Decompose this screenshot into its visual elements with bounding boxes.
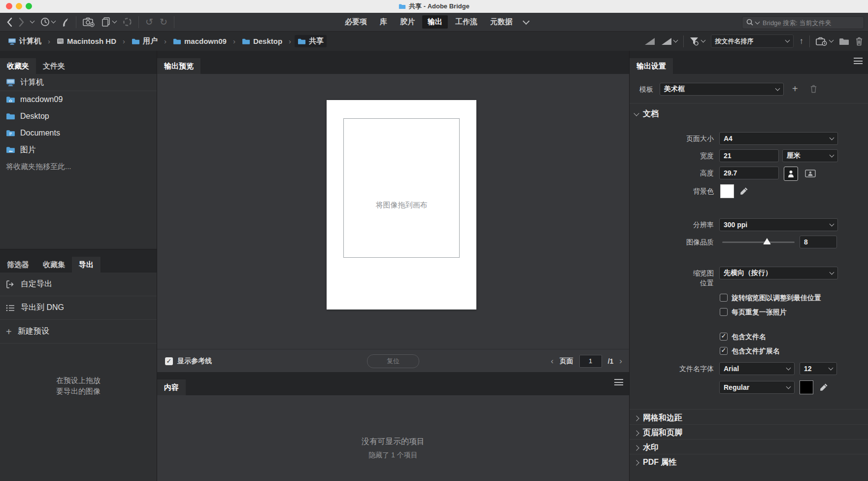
tab-libraries[interactable]: 库 xyxy=(374,15,393,29)
width-input[interactable] xyxy=(719,149,779,162)
favorites-tabsbar: 收藏夹 文件夹 xyxy=(0,51,157,74)
include-filename-checkbox[interactable] xyxy=(720,333,728,341)
filename-font-label: 文件名字体 xyxy=(635,362,714,375)
section-document[interactable]: 文档 xyxy=(634,109,659,119)
breadcrumb-desktop[interactable]: Desktop xyxy=(239,35,285,47)
section-grid-margins[interactable]: 网格和边距 xyxy=(630,410,868,425)
slider-thumb[interactable] xyxy=(763,238,771,244)
include-extension-checkbox[interactable] xyxy=(720,347,728,355)
tab-essentials[interactable]: 必要项 xyxy=(339,15,372,29)
preview-page-canvas[interactable]: 将图像拖到画布 xyxy=(327,100,476,309)
export-item-custom-export[interactable]: 自定导出 xyxy=(0,273,157,296)
tab-output[interactable]: 输出 xyxy=(422,15,448,29)
rotate-thumbnails-label: 旋转缩览图以调整到最佳位置 xyxy=(732,294,821,302)
landscape-orientation-button[interactable] xyxy=(803,167,817,180)
section-header-footer[interactable]: 页眉和页脚 xyxy=(630,424,868,440)
rotate-left-icon[interactable]: ↺ xyxy=(145,17,153,27)
thumbnail-placement-select[interactable]: 先横向（按行） xyxy=(719,267,838,279)
font-size-select[interactable]: 12 xyxy=(800,362,837,375)
rotate-thumbnails-checkbox[interactable] xyxy=(720,294,728,302)
template-select[interactable]: 美术框 xyxy=(660,83,784,96)
section-watermark[interactable]: 水印 xyxy=(630,439,868,454)
content-menu-icon[interactable] xyxy=(614,379,623,385)
favorites-item-computer[interactable]: 计算机 xyxy=(0,74,157,91)
page-size-select[interactable]: A4 xyxy=(719,132,838,145)
favorites-item-pictures[interactable]: 图片 xyxy=(0,141,157,158)
image-quality-slider[interactable] xyxy=(722,236,795,248)
font-color-swatch[interactable] xyxy=(800,380,813,394)
boomerang-return-icon[interactable] xyxy=(62,17,69,27)
tab-filmstrip[interactable]: 胶片 xyxy=(395,15,420,29)
tab-collections[interactable]: 收藏集 xyxy=(36,257,72,273)
eyedropper-icon[interactable] xyxy=(740,187,748,197)
landscape-icon xyxy=(805,170,816,177)
search-box[interactable] xyxy=(742,16,864,29)
tab-folders[interactable]: 文件夹 xyxy=(36,58,72,74)
add-template-icon[interactable]: + xyxy=(792,84,798,94)
content-tabsbar: 内容 xyxy=(157,372,629,395)
font-style-select[interactable]: Regular xyxy=(719,381,795,394)
sort-ascending-icon[interactable]: ↑ xyxy=(800,36,804,46)
tab-output-preview[interactable]: 输出预览 xyxy=(157,58,200,74)
search-input[interactable] xyxy=(762,19,860,27)
get-photos-camera-icon[interactable] xyxy=(83,17,95,27)
open-recent-files-icon[interactable] xyxy=(101,17,116,27)
refresh-spinner-icon[interactable] xyxy=(123,17,132,27)
page-number-input[interactable] xyxy=(579,355,602,368)
tab-workflow[interactable]: 工作流 xyxy=(450,15,483,29)
tab-content[interactable]: 内容 xyxy=(157,379,186,395)
tab-output-settings[interactable]: 输出设置 xyxy=(630,58,673,74)
tab-export[interactable]: 导出 xyxy=(72,257,100,273)
eyedropper-icon[interactable] xyxy=(820,383,828,393)
breadcrumb-macdown09[interactable]: macdown09 xyxy=(170,35,230,47)
repeat-photo-checkbox[interactable] xyxy=(720,308,728,316)
delete-template-icon[interactable] xyxy=(810,85,817,95)
tab-filter[interactable]: 筛选器 xyxy=(0,257,36,273)
image-quality-input[interactable] xyxy=(800,236,837,248)
breadcrumb-users[interactable]: 用户 xyxy=(129,35,161,47)
reset-button[interactable]: 复位 xyxy=(367,354,419,368)
next-page-icon[interactable]: › xyxy=(619,356,622,366)
background-color-swatch[interactable] xyxy=(720,184,734,198)
folder-icon xyxy=(242,38,250,45)
show-guides-checkbox[interactable] xyxy=(165,357,173,365)
rotate-right-icon[interactable]: ↻ xyxy=(160,17,167,27)
workspace-more-icon[interactable] xyxy=(523,17,530,24)
toolbar-divider xyxy=(174,16,174,28)
left-sidebar: 收藏夹 文件夹 计算机 macdown09 Desktop Documents xyxy=(0,51,157,481)
font-family-select[interactable]: Arial xyxy=(719,362,795,375)
back-button[interactable] xyxy=(7,18,12,27)
favorites-item-macdown09[interactable]: macdown09 xyxy=(0,91,157,108)
favorites-item-documents[interactable]: Documents xyxy=(0,125,157,141)
thumbnail-quality-fast-icon[interactable] xyxy=(644,37,655,45)
export-item-export-to-dng[interactable]: 导出到 DNG xyxy=(0,296,157,320)
filter-icon[interactable] xyxy=(690,37,705,46)
workspace-tabs: 必要项 库 胶片 输出 工作流 元数据 xyxy=(339,13,529,31)
breadcrumb-computer[interactable]: 计算机 xyxy=(5,35,44,47)
portrait-orientation-button[interactable] xyxy=(784,167,798,181)
breadcrumb-shared[interactable]: 共享 xyxy=(295,35,327,47)
trash-icon[interactable] xyxy=(855,37,863,46)
sort-order-select[interactable]: 按文件名排序 xyxy=(711,34,794,48)
output-settings-menu-icon[interactable] xyxy=(854,58,863,64)
width-label: 宽度 xyxy=(635,149,714,162)
resolution-select[interactable]: 300 ppi xyxy=(719,218,838,231)
computer-icon xyxy=(8,38,16,45)
search-scope-dropdown-icon[interactable] xyxy=(755,19,760,24)
previous-page-icon[interactable]: ‹ xyxy=(551,356,554,366)
breadcrumb-macintosh-hd[interactable]: Macintosh HD xyxy=(54,35,119,47)
thumbnail-quality-hq-icon[interactable] xyxy=(661,37,677,45)
navigation-dropdown-icon[interactable] xyxy=(31,21,34,23)
chevron-right-icon xyxy=(634,430,639,436)
height-input[interactable] xyxy=(719,167,779,179)
recent-locations-clock-icon[interactable] xyxy=(40,17,55,27)
tab-favorites[interactable]: 收藏夹 xyxy=(0,58,36,74)
section-pdf-properties[interactable]: PDF 属性 xyxy=(630,454,868,469)
export-item-new-preset[interactable]: + 新建预设 xyxy=(0,320,157,344)
tab-metadata[interactable]: 元数据 xyxy=(485,15,518,29)
favorites-item-desktop[interactable]: Desktop xyxy=(0,108,157,125)
new-folder-icon[interactable] xyxy=(839,37,849,45)
forward-button[interactable] xyxy=(19,18,24,27)
unit-select[interactable]: 厘米 xyxy=(782,149,838,162)
camera-recent-icon[interactable] xyxy=(816,37,833,46)
